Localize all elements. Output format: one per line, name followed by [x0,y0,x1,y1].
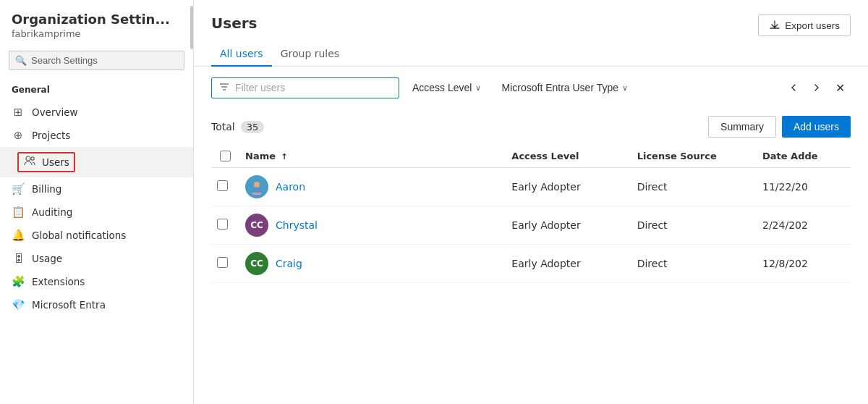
general-section-label: General [0,79,193,98]
tab-group-rules[interactable]: Group rules [272,42,349,67]
col-header-date-added: Date Adde [757,145,851,168]
sidebar-item-label: Auditing [32,206,72,218]
row-date-added-cell: 11/22/20 [757,168,851,206]
select-all-checkbox[interactable] [220,151,231,161]
filter-next-button[interactable] [806,77,827,98]
row-license-source-cell: Direct [631,168,757,206]
row-license-source-cell: Direct [631,206,757,245]
tab-all-users[interactable]: All users [211,42,272,67]
sidebar-search-input[interactable] [31,55,178,66]
tab-all-users-label: All users [220,48,263,59]
user-name-link[interactable]: Chrystal [276,219,318,231]
summary-button[interactable]: Summary [708,116,776,138]
sidebar-search-container[interactable]: 🔍 [9,51,184,70]
sidebar-subtitle: fabrikamprime [12,28,182,39]
sidebar-item-global-notifications[interactable]: 🔔 Global notifications [0,224,193,247]
col-header-license-source: License Source [631,145,757,168]
row-check-cell [211,168,239,206]
col-header-access-level: Access Level [506,145,631,168]
filter-navigation: ✕ [783,77,851,98]
microsoft-entra-icon: 💎 [12,298,25,311]
scrollbar-thumb [190,6,193,49]
sidebar-item-label: Overview [32,106,78,118]
row-access-level-cell: Early Adopter [506,245,631,283]
name-sort-icon: ↑ [281,152,288,161]
billing-icon: 🛒 [12,182,25,195]
avatar: CC [245,214,268,237]
access-level-chevron: ∨ [475,83,481,93]
extensions-icon: 🧩 [12,275,25,288]
sidebar-item-label: Projects [32,130,70,141]
row-name-cell: CC Chrystal [239,206,506,245]
users-toolbar: Total 35 Summary Add users [211,109,851,145]
sidebar-item-label: Billing [32,183,61,195]
avatar: CC [245,252,268,275]
export-button-label: Export users [785,20,840,31]
sidebar-item-extensions[interactable]: 🧩 Extensions [0,270,193,293]
row-name-cell: Aaron [239,168,506,206]
avatar [245,175,268,198]
filter-close-button[interactable]: ✕ [829,77,851,98]
filter-input-container[interactable] [211,77,399,98]
user-type-chevron: ∨ [622,83,628,93]
users-area: Total 35 Summary Add users Name [194,109,868,404]
total-section: Total 35 [211,121,264,133]
sidebar-item-projects[interactable]: ⊕ Projects [0,124,193,147]
svg-point-8 [255,182,260,188]
svg-point-0 [26,156,30,161]
sidebar: Organization Settin... fabrikamprime 🔍 G… [0,0,194,404]
user-name-link[interactable]: Aaron [276,181,305,193]
auditing-icon: 📋 [12,206,25,219]
row-access-level-cell: Early Adopter [506,206,631,245]
toolbar-actions: Summary Add users [708,116,851,138]
overview-icon: ⊞ [12,106,25,119]
chevron-left-icon [789,83,798,92]
row-checkbox[interactable] [217,257,228,268]
sidebar-item-label: Extensions [32,276,85,287]
table-row: CC Chrystal Early Adopter Direct 2/24/20… [211,206,851,245]
access-level-label: Access Level [412,82,472,93]
tabs: All users Group rules [194,36,868,67]
sidebar-item-label: Microsoft Entra [32,299,106,311]
usage-icon: 🎛 [12,252,25,265]
export-users-button[interactable]: Export users [758,14,851,36]
tab-group-rules-label: Group rules [281,48,340,59]
sidebar-item-overview[interactable]: ⊞ Overview [0,101,193,124]
users-box: Users [17,152,75,172]
sidebar-header: Organization Settin... fabrikamprime [0,0,193,45]
filter-bar: Access Level ∨ Microsoft Entra User Type… [194,67,868,109]
main-header: Users Export users [194,0,868,36]
total-label: Total [211,121,235,132]
sidebar-item-auditing[interactable]: 📋 Auditing [0,201,193,224]
total-count-badge: 35 [241,121,265,133]
user-type-label: Microsoft Entra User Type [501,82,618,93]
row-access-level-cell: Early Adopter [506,168,631,206]
filter-users-input[interactable] [235,82,365,93]
sidebar-item-usage[interactable]: 🎛 Usage [0,247,193,270]
table-row: Aaron Early Adopter Direct 11/22/20 [211,168,851,206]
sidebar-title: Organization Settin... [12,12,182,27]
row-checkbox[interactable] [217,219,228,230]
row-check-cell [211,245,239,283]
users-icon [23,155,36,169]
row-date-added-cell: 2/24/202 [757,206,851,245]
sidebar-item-users[interactable]: Users [0,147,193,177]
col-header-check [211,145,239,168]
sidebar-item-billing[interactable]: 🛒 Billing [0,177,193,201]
row-check-cell [211,206,239,245]
access-level-dropdown[interactable]: Access Level ∨ [405,77,488,98]
add-users-button[interactable]: Add users [782,116,851,138]
svg-point-1 [31,157,34,160]
table-row: CC Craig Early Adopter Direct 12/8/202 [211,245,851,283]
main-content: Users Export users All users Group rules [194,0,868,404]
close-icon: ✕ [835,81,845,95]
user-name-link[interactable]: Craig [276,258,302,269]
user-type-dropdown[interactable]: Microsoft Entra User Type ∨ [494,77,635,98]
projects-icon: ⊕ [12,129,25,142]
download-icon [769,20,780,31]
filter-prev-button[interactable] [783,77,804,98]
col-header-name[interactable]: Name ↑ [239,145,506,168]
row-checkbox[interactable] [217,180,228,191]
sidebar-item-microsoft-entra[interactable]: 💎 Microsoft Entra [0,293,193,316]
filter-icon [219,82,229,94]
